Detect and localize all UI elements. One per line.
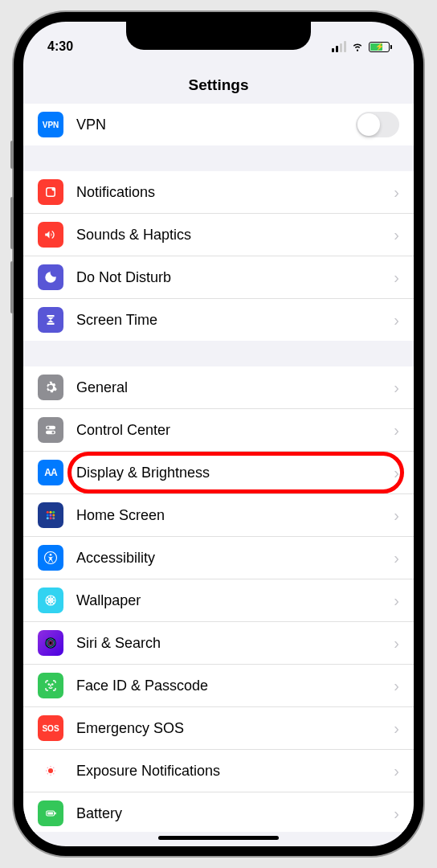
row-label: VPN — [76, 117, 356, 133]
svg-point-27 — [53, 768, 55, 769]
row-label: Battery — [76, 805, 394, 822]
chevron-right-icon: › — [394, 183, 399, 202]
svg-point-1 — [52, 187, 56, 191]
svg-point-9 — [47, 514, 49, 517]
svg-point-12 — [47, 517, 49, 519]
row-label: Do Not Disturb — [76, 269, 394, 286]
settings-row-sounds-haptics[interactable]: Sounds & Haptics› — [23, 213, 414, 256]
status-right: ⚡ — [332, 39, 390, 55]
svg-point-10 — [50, 514, 52, 517]
settings-row-battery[interactable]: Battery› — [23, 792, 414, 832]
row-label: Emergency SOS — [76, 720, 394, 737]
settings-row-face-id-passcode[interactable]: Face ID & Passcode› — [23, 664, 414, 706]
settings-row-do-not-disturb[interactable]: Do Not Disturb› — [23, 256, 414, 298]
accessibility-icon — [38, 545, 63, 571]
svg-point-26 — [50, 766, 51, 768]
settings-row-notifications[interactable]: Notifications› — [23, 171, 414, 213]
page-title: Settings — [189, 76, 249, 93]
settings-row-emergency-sos[interactable]: SOSEmergency SOS› — [23, 706, 414, 749]
phone-frame: 4:30 ⚡ Settings VPNVPNNotifications›Soun… — [14, 12, 423, 856]
row-label: Home Screen — [76, 507, 394, 524]
chevron-right-icon: › — [394, 379, 399, 397]
svg-point-25 — [48, 768, 53, 773]
homescreen-icon — [38, 502, 63, 528]
chevron-right-icon: › — [394, 268, 399, 287]
notifications-icon — [38, 179, 63, 205]
chevron-right-icon: › — [394, 506, 399, 525]
settings-row-wallpaper[interactable]: Wallpaper› — [23, 579, 414, 621]
volume-down — [10, 261, 14, 313]
chevron-right-icon: › — [394, 464, 399, 482]
chevron-right-icon: › — [394, 805, 399, 823]
volume-up — [10, 197, 14, 249]
row-label: Display & Brightness — [76, 465, 394, 481]
chevron-right-icon: › — [394, 719, 399, 738]
svg-point-19 — [45, 637, 56, 649]
chevron-right-icon: › — [394, 549, 399, 567]
chevron-right-icon: › — [394, 762, 399, 780]
settings-row-home-screen[interactable]: Home Screen› — [23, 493, 414, 536]
svg-point-32 — [46, 770, 47, 772]
row-label: Face ID & Passcode — [76, 678, 394, 694]
svg-point-30 — [50, 775, 51, 776]
settings-section: General›Control Center›AADisplay & Brigh… — [23, 366, 414, 832]
settings-row-display-brightness[interactable]: AADisplay & Brightness› — [23, 451, 414, 493]
svg-point-31 — [47, 773, 49, 775]
wifi-icon — [350, 39, 365, 55]
screentime-icon — [38, 307, 63, 333]
svg-rect-36 — [47, 813, 53, 815]
svg-point-24 — [52, 684, 53, 685]
settings-row-exposure-notifications[interactable]: Exposure Notifications› — [23, 749, 414, 792]
settings-list[interactable]: VPNVPNNotifications›Sounds & Haptics›Do … — [23, 104, 414, 832]
wallpaper-icon — [38, 588, 63, 613]
dnd-icon — [38, 264, 63, 290]
row-label: Screen Time — [76, 312, 394, 329]
chevron-right-icon: › — [394, 634, 399, 653]
svg-point-4 — [47, 427, 50, 429]
row-label: Wallpaper — [76, 592, 394, 609]
settings-section: Notifications›Sounds & Haptics›Do Not Di… — [23, 171, 414, 341]
svg-point-23 — [48, 684, 49, 685]
sounds-icon — [38, 222, 63, 248]
svg-point-13 — [50, 517, 52, 519]
row-label: Accessibility — [76, 550, 394, 567]
settings-row-control-center[interactable]: Control Center› — [23, 408, 414, 451]
chevron-right-icon: › — [394, 226, 399, 244]
notch — [126, 22, 311, 50]
settings-row-siri-search[interactable]: Siri & Search› — [23, 621, 414, 664]
chevron-right-icon: › — [394, 421, 399, 440]
row-label: Control Center — [76, 422, 394, 439]
nav-header: Settings — [23, 62, 414, 104]
settings-row-vpn[interactable]: VPNVPN — [23, 104, 414, 145]
settings-row-screen-time[interactable]: Screen Time› — [23, 298, 414, 341]
cellular-signal-icon — [332, 41, 346, 52]
chevron-right-icon: › — [394, 592, 399, 610]
toggle-switch[interactable] — [356, 112, 399, 137]
svg-rect-35 — [55, 813, 56, 815]
svg-point-33 — [47, 768, 49, 769]
chevron-right-icon: › — [394, 311, 399, 330]
row-label: Sounds & Haptics — [76, 227, 394, 244]
row-label: Notifications — [76, 184, 394, 201]
exposure-icon — [38, 758, 63, 784]
display-icon: AA — [38, 460, 63, 485]
row-label: General — [76, 379, 394, 396]
svg-point-6 — [47, 511, 49, 514]
svg-point-29 — [53, 773, 55, 775]
settings-row-accessibility[interactable]: Accessibility› — [23, 536, 414, 579]
svg-point-8 — [52, 511, 55, 514]
svg-point-11 — [52, 514, 55, 517]
battery-status-icon: ⚡ — [369, 42, 390, 52]
settings-row-general[interactable]: General› — [23, 366, 414, 408]
vpn-icon: VPN — [38, 112, 63, 137]
general-icon — [38, 375, 63, 400]
mute-switch — [10, 141, 14, 169]
svg-point-5 — [52, 432, 55, 434]
battery-icon — [38, 800, 63, 826]
settings-section: VPNVPN — [23, 104, 414, 145]
status-time: 4:30 — [47, 39, 73, 54]
phone-screen: 4:30 ⚡ Settings VPNVPNNotifications›Soun… — [23, 22, 414, 846]
home-indicator[interactable] — [158, 836, 279, 840]
svg-point-7 — [50, 511, 52, 514]
svg-point-14 — [52, 517, 55, 519]
